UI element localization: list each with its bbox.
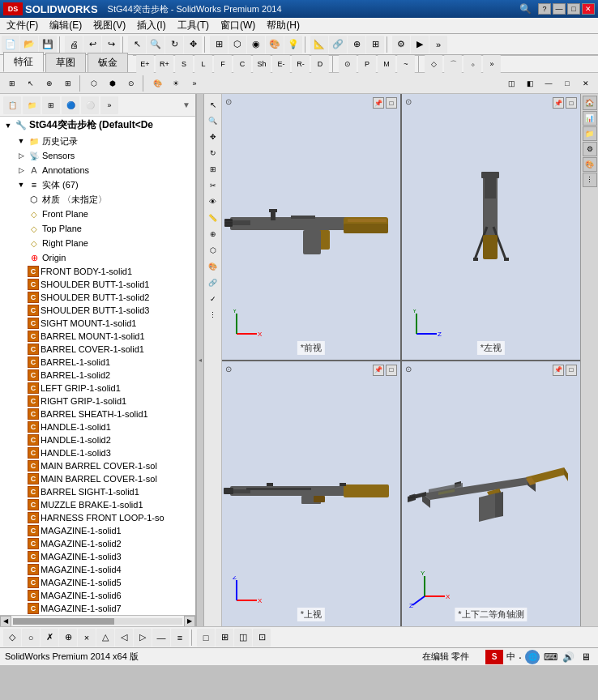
vt-view[interactable]: 👁 (206, 194, 220, 209)
tree-item-solid-5[interactable]: C BARREL MOUNT-1-solid1 (0, 330, 195, 343)
lp-btn1[interactable]: 📋 (3, 96, 21, 114)
draft-button[interactable]: D (311, 55, 329, 73)
revolve-button[interactable]: R+ (156, 55, 173, 73)
menu-view[interactable]: 视图(V) (88, 17, 130, 34)
help-button[interactable]: — (553, 3, 566, 15)
lp-btn3[interactable]: ⊞ (42, 96, 60, 114)
scroll-track-h[interactable] (13, 618, 182, 625)
rp-more[interactable]: ⋮ (583, 173, 597, 187)
tree-item-frontplane[interactable]: ◇ Front Plane (0, 207, 195, 221)
extrude-button[interactable]: E+ (136, 55, 154, 73)
vp-scene-btn[interactable]: ☀ (167, 75, 185, 92)
tree-item-solid-10[interactable]: C RIGHT GRIP-1-solid1 (0, 395, 195, 408)
options-button[interactable]: ⚙ (392, 36, 410, 53)
vt-ref[interactable]: ⊕ (206, 227, 220, 241)
measure-button[interactable]: 📐 (310, 36, 328, 53)
tree-item-solid-24[interactable]: C MAGAZINE-1-solid5 (0, 576, 195, 589)
curves-button[interactable]: ⌒ (444, 55, 462, 73)
bt-sq3[interactable]: ◫ (234, 629, 252, 647)
rp-color[interactable]: 🎨 (583, 157, 597, 172)
tree-item-solid-1[interactable]: C SHOULDER BUTT-1-solid1 (0, 278, 195, 291)
light-button[interactable]: 💡 (284, 36, 302, 53)
open-button[interactable]: 📂 (20, 36, 38, 53)
tree-item-solid-4[interactable]: C SIGHT MOUNT-1-solid1 (0, 317, 195, 330)
bt-dash[interactable]: — (152, 629, 170, 647)
tree-item-solid-12[interactable]: C HANDLE-1-solid1 (0, 420, 195, 433)
mate-button[interactable]: 🔗 (329, 36, 347, 53)
vp-corner1[interactable]: ◫ (502, 75, 520, 92)
tree-item-solid-14[interactable]: C HANDLE-1-solid3 (0, 446, 195, 459)
rp-folder[interactable]: 📁 (583, 126, 597, 141)
tree-item-solid-18[interactable]: C MUZZLE BRAKE-1-solid1 (0, 498, 195, 511)
tree-item-solid-13[interactable]: C HANDLE-1-solid2 (0, 433, 195, 446)
mirror-button[interactable]: ⊞ (366, 36, 384, 53)
h-scrollbar[interactable]: ◀ ▶ (0, 615, 195, 626)
view-orient-button[interactable]: ⊞ (210, 36, 228, 53)
scroll-left[interactable]: ◀ (0, 616, 11, 627)
tree-item-solid-26[interactable]: C MAGAZINE-1-solid7 (0, 602, 195, 615)
vt-more[interactable]: ⋮ (206, 308, 220, 322)
zoom-button[interactable]: 🔍 (147, 36, 164, 53)
tree-item-solid-9[interactable]: C LEFT GRIP-1-solid1 (0, 382, 195, 395)
maximize-button[interactable]: □ (567, 3, 580, 15)
tree-item-rightplane[interactable]: ◇ Right Plane (0, 236, 195, 250)
solids-expand[interactable]: ▼ (16, 181, 26, 189)
tree-item-solid-22[interactable]: C MAGAZINE-1-solid3 (0, 550, 195, 563)
minimize-button[interactable]: ? (538, 3, 551, 15)
surfaces-button[interactable]: ⬦ (463, 55, 481, 73)
vp-snap3[interactable]: ⊙ (122, 75, 140, 92)
bt-sq2[interactable]: ⊞ (216, 629, 233, 647)
vp-corner2[interactable]: ◧ (521, 75, 539, 92)
vt-select[interactable]: ↖ (206, 97, 220, 112)
bt-times[interactable]: × (78, 629, 96, 647)
redo-button[interactable]: ↪ (102, 36, 120, 53)
shade-button[interactable]: ◉ (247, 36, 265, 53)
tree-item-solid-23[interactable]: C MAGAZINE-1-solid4 (0, 563, 195, 576)
tree-item-solid-17[interactable]: C BARREL SIGHT-1-solid1 (0, 485, 195, 498)
vt-rotate[interactable]: ↻ (206, 146, 220, 160)
tree-item-solid-25[interactable]: C MAGAZINE-1-solid6 (0, 589, 195, 602)
viewport-left[interactable]: ⊙ 📌 □ (402, 94, 580, 360)
tree-item-solid-3[interactable]: C SHOULDER BUTT-1-solid3 (0, 304, 195, 317)
vt-eval[interactable]: ✓ (206, 292, 220, 306)
undo-button[interactable]: ↩ (83, 36, 101, 53)
lp-btn4[interactable]: 🔵 (62, 96, 79, 114)
scroll-right[interactable]: ▶ (184, 616, 195, 627)
tree-item-topplane[interactable]: ◇ Top Plane (0, 221, 195, 236)
menu-window[interactable]: 窗口(W) (216, 17, 260, 34)
chamfer-button[interactable]: C (233, 55, 251, 73)
vt-measure[interactable]: 📏 (206, 211, 220, 225)
root-expand[interactable]: ▼ (3, 122, 13, 130)
menu-edit[interactable]: 编辑(E) (45, 17, 87, 34)
filter-icon[interactable]: ▼ (181, 99, 192, 111)
bt-arrowleft[interactable]: ◁ (115, 629, 133, 647)
search-icon[interactable]: 🔍 (519, 3, 532, 15)
sensors-expand[interactable]: ▷ (16, 152, 26, 160)
tree-vp-splitter[interactable]: ◂ (196, 94, 204, 626)
menu-file[interactable]: 文件(F) (2, 17, 43, 34)
menu-help[interactable]: 帮助(H) (262, 17, 305, 34)
vp-tb3[interactable]: ⊕ (41, 75, 58, 92)
hole-button[interactable]: ⊙ (339, 55, 357, 73)
tree-item-solids[interactable]: ▼ ≡ 实体 (67) (0, 177, 195, 192)
tree-item-solid-11[interactable]: C BARREL SHEATH-1-solid1 (0, 408, 195, 420)
tree-item-solid-15[interactable]: C MAIN BARREL COVER-1-sol (0, 459, 195, 472)
tree-item-solid-8[interactable]: C BARREL-1-solid2 (0, 369, 195, 382)
shell-button[interactable]: Sh (253, 55, 271, 73)
vp-tb2[interactable]: ↖ (22, 75, 40, 92)
annotations-expand[interactable]: ▷ (16, 166, 26, 174)
vt-render[interactable]: 🎨 (206, 259, 220, 274)
save-button[interactable]: 💾 (39, 36, 57, 53)
vp-color-btn[interactable]: 🎨 (148, 75, 166, 92)
ref-geom-button[interactable]: ◇ (425, 55, 442, 73)
vp-tb4[interactable]: ⊞ (59, 75, 77, 92)
tree-item-solid-7[interactable]: C BARREL-1-solid1 (0, 356, 195, 369)
pattern-button[interactable]: ⊕ (348, 36, 365, 53)
curve-button[interactable]: ~ (397, 55, 415, 73)
tree-item-origin[interactable]: ⊕ Origin (0, 250, 195, 265)
vp-tb1[interactable]: ⊞ (3, 75, 21, 92)
print-button[interactable]: 🖨 (65, 36, 83, 53)
lp-btn5[interactable]: ⚪ (81, 96, 99, 114)
bt-arrowright[interactable]: ▷ (134, 629, 152, 647)
more1-button[interactable]: ▶ (411, 36, 429, 53)
